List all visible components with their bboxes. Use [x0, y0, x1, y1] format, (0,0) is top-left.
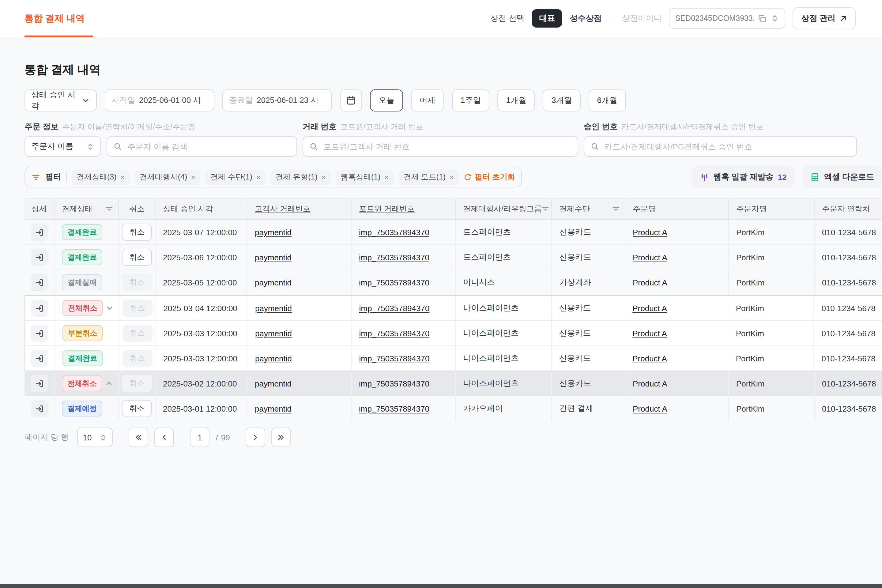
orderer-contact: 010-1234-5678 — [814, 346, 882, 370]
store-id-input[interactable]: SED02345DCOM3933.. — [669, 8, 786, 29]
order-name-link[interactable]: Product A — [633, 278, 668, 287]
orderer-field-select[interactable]: 주문자 이름 — [24, 136, 101, 157]
filter-reset-button[interactable]: 필터 초기화 — [464, 172, 515, 182]
order-name-link[interactable]: Product A — [633, 379, 668, 388]
order-name-link[interactable]: Product A — [632, 303, 667, 313]
cancel-button[interactable]: 취소 — [122, 350, 152, 367]
chip-remove-icon[interactable]: × — [384, 172, 388, 182]
chip-webhook-status[interactable]: 웹훅상태(1)× — [336, 170, 394, 184]
portone-txn-link[interactable]: imp_750357894370 — [359, 253, 429, 262]
quick-range-1month[interactable]: 1개월 — [497, 89, 535, 111]
chevron-updown-icon[interactable] — [771, 14, 779, 22]
status-badge: 결제완료 — [62, 224, 102, 240]
quick-range-yesterday[interactable]: 어제 — [411, 89, 444, 111]
store-segment-secondary[interactable]: 성수상점 — [565, 9, 607, 28]
cancel-button[interactable]: 취소 — [122, 224, 152, 241]
pay-method: 신용카드 — [552, 346, 626, 370]
customer-txn-link[interactable]: paymentid — [255, 228, 291, 237]
customer-txn-link[interactable]: paymentid — [255, 278, 291, 287]
time-mode-select[interactable]: 상태 승인 시각 — [24, 89, 97, 111]
page-separator: / — [216, 433, 218, 442]
detail-button[interactable] — [31, 400, 48, 417]
quick-range-today[interactable]: 오늘 — [370, 89, 403, 111]
prev-page-button[interactable] — [154, 428, 174, 447]
portone-txn-link[interactable]: imp_750357894370 — [359, 354, 429, 363]
col-label: 주문명 — [633, 204, 656, 214]
detail-button[interactable] — [31, 325, 48, 342]
portone-txn-link[interactable]: imp_750357894370 — [359, 303, 429, 313]
order-name-link[interactable]: Product A — [632, 328, 667, 338]
table-row: 결제예정 취소 2025-03-01 12:00:00 paymentid im… — [24, 396, 882, 422]
store-segment-primary[interactable]: 대표 — [532, 9, 562, 28]
rows-per-page-select[interactable]: 10 — [77, 428, 113, 447]
filter-chipbar-row: 필터 결제상태(3)× 결제대행사(4)× 결제 수단(1)× 결제 유형(1)… — [24, 166, 882, 188]
status-badge: 결제완료 — [63, 350, 103, 366]
detail-button[interactable] — [31, 274, 48, 291]
customer-txn-link[interactable]: paymentid — [255, 253, 291, 262]
calendar-button[interactable] — [340, 89, 362, 111]
approved-time: 2025-03-04 12:00:00 — [156, 296, 248, 320]
approval-search-input[interactable] — [603, 141, 850, 152]
chip-payment-status[interactable]: 결제상태(3)× — [72, 170, 130, 184]
order-name-link[interactable]: Product A — [632, 354, 667, 363]
quick-range-6month[interactable]: 6개월 — [588, 89, 626, 111]
last-page-button[interactable] — [272, 428, 291, 447]
method-filter-icon[interactable] — [612, 205, 620, 213]
order-name-link[interactable]: Product A — [633, 253, 668, 262]
detail-button[interactable] — [31, 249, 48, 266]
pg-filter-icon[interactable] — [542, 205, 550, 213]
cancel-button[interactable]: 취소 — [122, 249, 152, 266]
orderer-search-input[interactable] — [126, 141, 290, 152]
customer-txn-link[interactable]: paymentid — [255, 379, 291, 388]
manage-store-button[interactable]: 상점 관리 — [793, 8, 856, 29]
cancel-button[interactable]: 취소 — [122, 300, 152, 316]
copy-icon[interactable] — [758, 14, 767, 23]
chip-remove-icon[interactable]: × — [449, 172, 454, 182]
end-date-input[interactable]: 종료일 2025-06-01 23 시 — [222, 89, 332, 111]
customer-txn-link[interactable]: paymentid — [255, 354, 292, 363]
detail-button[interactable] — [31, 300, 48, 316]
status-chevron-icon[interactable] — [105, 304, 114, 312]
chip-pay-type[interactable]: 결제 유형(1)× — [270, 170, 331, 184]
next-page-button[interactable] — [246, 428, 266, 447]
cancel-button[interactable]: 취소 — [122, 325, 152, 342]
cancel-button[interactable]: 취소 — [122, 400, 152, 417]
first-page-button[interactable] — [129, 428, 148, 447]
customer-txn-link[interactable]: paymentid — [255, 404, 291, 413]
customer-txn-link[interactable]: paymentid — [255, 303, 292, 313]
portone-txn-link[interactable]: imp_750357894370 — [359, 228, 429, 237]
webhook-resend-button[interactable]: 웹훅 일괄 재발송 12 — [691, 166, 794, 188]
cancel-button[interactable]: 취소 — [122, 274, 152, 291]
chip-pg-provider[interactable]: 결제대행사(4)× — [135, 170, 201, 184]
current-page-input[interactable]: 1 — [190, 428, 210, 447]
detail-button[interactable] — [31, 375, 48, 392]
chip-pay-mode[interactable]: 결제 모드(1)× — [399, 170, 459, 184]
status-filter-icon[interactable] — [105, 205, 113, 213]
portone-txn-link[interactable]: imp_750357894370 — [359, 278, 429, 287]
detail-button[interactable] — [31, 350, 48, 367]
chip-remove-icon[interactable]: × — [120, 172, 125, 182]
cancel-button[interactable]: 취소 — [122, 375, 152, 392]
detail-button[interactable] — [31, 224, 48, 241]
chip-pay-method[interactable]: 결제 수단(1)× — [206, 170, 266, 184]
txn-search-input[interactable] — [322, 141, 572, 152]
quick-range-1week[interactable]: 1주일 — [452, 89, 489, 111]
portone-txn-link[interactable]: imp_750357894370 — [359, 328, 429, 338]
portone-txn-link[interactable]: imp_750357894370 — [359, 379, 429, 388]
customer-txn-link[interactable]: paymentid — [255, 328, 292, 338]
order-name-link[interactable]: Product A — [633, 228, 668, 237]
orderer-field-label: 주문자 이름 — [31, 141, 73, 152]
tab-integrated-payments[interactable]: 통합 결제 내역 — [24, 12, 85, 24]
status-chevron-icon[interactable] — [105, 379, 113, 388]
portone-txn-link[interactable]: imp_750357894370 — [359, 404, 429, 413]
chip-remove-icon[interactable]: × — [256, 172, 261, 182]
order-name-link[interactable]: Product A — [633, 404, 668, 413]
approved-time: 2025-03-01 12:00:00 — [156, 396, 248, 421]
txn-search-wrap — [303, 136, 578, 157]
excel-download-button[interactable]: 엑셀 다운로드 — [802, 166, 882, 188]
quick-range-3month[interactable]: 3개월 — [543, 89, 580, 111]
start-date-input[interactable]: 시작일 2025-06-01 00 시 — [105, 89, 214, 111]
chip-remove-icon[interactable]: × — [191, 172, 195, 182]
approval-search-wrap — [584, 136, 857, 157]
chip-remove-icon[interactable]: × — [321, 172, 326, 182]
